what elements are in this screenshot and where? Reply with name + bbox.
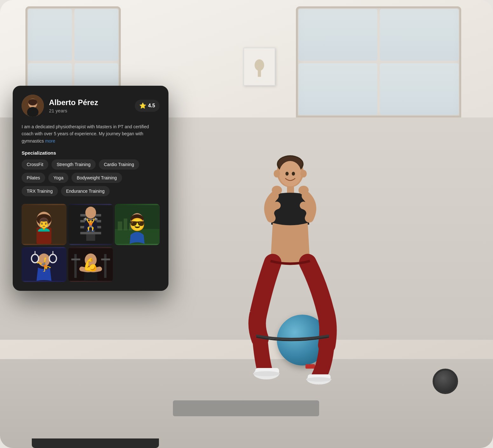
svg-point-7 <box>285 172 289 176</box>
svg-point-1 <box>255 59 264 71</box>
star-icon: ⭐ <box>139 102 146 109</box>
card-header: Alberto Pérez 21 years ⭐ 4.5 <box>22 95 160 117</box>
trainer-name-block: Alberto Pérez 21 years <box>49 98 98 113</box>
svg-point-16 <box>253 371 280 376</box>
svg-rect-39 <box>129 223 132 230</box>
svg-point-46 <box>38 253 50 266</box>
svg-rect-52 <box>74 254 77 278</box>
photo-2[interactable] <box>68 204 113 245</box>
photo-1[interactable] <box>22 204 66 245</box>
ab-roller-wheel <box>433 369 458 394</box>
svg-point-34 <box>85 207 96 219</box>
ab-roller <box>429 369 461 394</box>
svg-point-23 <box>27 107 38 117</box>
rating-value: 4.5 <box>148 103 155 109</box>
svg-point-6 <box>279 161 301 186</box>
svg-point-13 <box>298 186 309 195</box>
svg-rect-38 <box>124 218 127 231</box>
svg-point-12 <box>272 186 282 195</box>
trainer-info: Alberto Pérez 21 years <box>22 95 98 117</box>
photo-placeholder <box>115 247 160 282</box>
athlete-figure <box>227 142 347 429</box>
tag-strength[interactable]: Strength Training <box>51 159 96 170</box>
wall-painting <box>243 48 275 86</box>
tag-pilates[interactable]: Pilates <box>22 173 45 183</box>
svg-point-56 <box>85 253 97 266</box>
photo-4[interactable] <box>22 247 66 282</box>
svg-rect-43 <box>138 221 142 223</box>
laptop-base <box>32 438 159 448</box>
svg-point-22 <box>28 99 37 105</box>
svg-rect-31 <box>80 220 101 223</box>
tags-container: CrossFit Strength Training Cardio Traini… <box>22 159 160 196</box>
svg-point-9 <box>274 170 280 177</box>
background: Alberto Pérez 21 years ⭐ 4.5 I am a dedi… <box>0 0 493 448</box>
svg-point-10 <box>300 170 307 177</box>
svg-point-8 <box>292 172 295 176</box>
bio-more-link[interactable]: more <box>45 138 55 144</box>
rating-badge: ⭐ 4.5 <box>135 100 160 112</box>
svg-rect-37 <box>118 222 122 231</box>
tag-endurance[interactable]: Endurance Training <box>61 186 110 196</box>
window-frame-right <box>296 6 461 117</box>
tag-yoga[interactable]: Yoga <box>48 173 68 183</box>
tag-bodyweight[interactable]: Bodyweight Training <box>72 173 122 183</box>
trainer-name: Alberto Pérez <box>49 98 98 107</box>
window-right <box>296 6 461 117</box>
svg-rect-33 <box>80 232 101 235</box>
svg-rect-54 <box>71 258 80 260</box>
svg-rect-42 <box>133 221 137 223</box>
svg-rect-2 <box>258 70 261 77</box>
svg-rect-32 <box>80 226 101 229</box>
svg-point-27 <box>37 214 51 225</box>
svg-rect-26 <box>37 228 51 244</box>
svg-point-19 <box>306 377 332 382</box>
svg-point-41 <box>131 214 144 223</box>
tag-trx[interactable]: TRX Training <box>22 186 58 196</box>
tag-cardio[interactable]: Cardio Training <box>99 159 139 170</box>
profile-card: Alberto Pérez 21 years ⭐ 4.5 I am a dedi… <box>13 86 168 291</box>
svg-rect-53 <box>104 254 106 278</box>
photo-3[interactable] <box>115 204 160 245</box>
bio-text: I am a dedicated physiotherapist with Ma… <box>22 123 160 144</box>
trainer-age: 21 years <box>49 108 98 113</box>
svg-rect-55 <box>101 258 110 260</box>
specializations-label: Specializations <box>22 150 160 156</box>
tag-crossfit[interactable]: CrossFit <box>22 159 48 170</box>
photo-5[interactable] <box>68 247 113 282</box>
avatar <box>22 95 44 117</box>
